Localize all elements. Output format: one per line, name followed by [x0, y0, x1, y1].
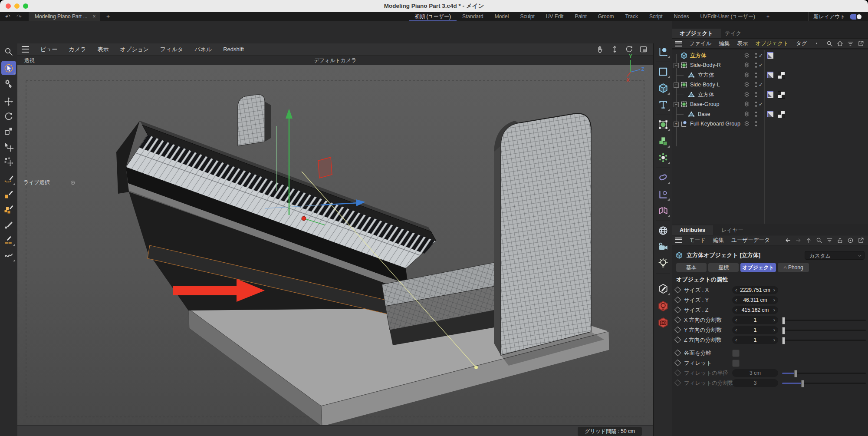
om-search-icon[interactable] [826, 40, 833, 47]
add-document-tab-button[interactable]: + [103, 12, 113, 21]
expand-expander-icon[interactable]: + [674, 122, 679, 127]
layout-lock-toggle[interactable] [850, 14, 862, 20]
om-menu-edit[interactable]: 編集 [719, 40, 730, 47]
viewport-menu-panel[interactable]: パネル [194, 46, 212, 53]
material-pencil-icon[interactable] [655, 281, 671, 296]
live-selection-tool-icon[interactable] [1, 61, 16, 75]
om-menu-objects[interactable]: オブジェクト [755, 40, 789, 47]
deformer-icon[interactable] [655, 170, 671, 185]
point-transform-tool-icon[interactable] [1, 154, 16, 168]
tree-row-full-keyboard-group[interactable]: + Full-Keyboard Group [672, 119, 868, 129]
segments-z-slider[interactable] [782, 337, 866, 343]
visibility-dots-icon[interactable] [755, 63, 757, 68]
document-tab[interactable]: Modeling Piano Part ... × [29, 12, 100, 21]
layout-tab-groom[interactable]: Groom [592, 12, 620, 21]
sketch-spline-tool-icon[interactable] [1, 248, 16, 262]
tab-attributes[interactable]: Attributes [672, 225, 713, 235]
visibility-dots-icon[interactable] [755, 73, 757, 78]
object-name[interactable]: Base [698, 109, 710, 119]
tree-row-side-body-r[interactable]: − Side-Body-R ✓ [672, 60, 868, 70]
attr-menu-mode[interactable]: モード [689, 237, 706, 244]
rectangle-spline-icon[interactable] [655, 64, 671, 79]
keyframe-diamond-icon[interactable] [674, 317, 681, 324]
text-object-icon[interactable] [655, 97, 671, 112]
add-layout-button[interactable]: + [761, 12, 775, 21]
size-x-stepper[interactable]: ‹2229.751 cm› [732, 286, 778, 294]
attr-export-icon[interactable] [857, 237, 865, 244]
separate-surfaces-checkbox[interactable] [732, 350, 740, 357]
layout-tab-standard[interactable]: Standard [457, 12, 489, 21]
undo-icon[interactable]: ↶ [5, 12, 10, 21]
tree-row-base-group[interactable]: − Base-Group ✓ [672, 99, 868, 109]
toggle-view-icon[interactable] [639, 45, 648, 54]
size-z-stepper[interactable]: ‹415.162 cm› [732, 306, 778, 314]
object-manager-menu-icon[interactable] [675, 41, 682, 46]
selection-tag-icon[interactable] [778, 91, 785, 99]
tree-row-cube-child[interactable]: 立方体 [672, 70, 868, 80]
tree-row-base[interactable]: Base [672, 109, 868, 119]
attr-filter-icon[interactable] [826, 237, 833, 244]
collapse-expander-icon[interactable]: − [674, 83, 679, 88]
spline-pen-tool-icon[interactable] [1, 172, 16, 186]
collapse-expander-icon[interactable]: − [674, 102, 679, 107]
subdivision-surface-icon[interactable] [655, 117, 671, 132]
pan-view-icon[interactable] [596, 45, 605, 54]
layout-tab-track[interactable]: Track [619, 12, 644, 21]
layers-icon[interactable] [743, 120, 750, 127]
lock-icon[interactable] [836, 237, 844, 244]
phong-tag-icon[interactable] [767, 52, 773, 59]
menu-overflow-icon[interactable] [815, 41, 819, 46]
layout-tab-paint[interactable]: Paint [569, 12, 592, 21]
fillet-checkbox[interactable] [732, 360, 740, 367]
layers-icon[interactable] [743, 52, 750, 59]
visibility-dots-icon[interactable] [755, 92, 757, 97]
keyframe-diamond-icon[interactable] [674, 297, 681, 304]
object-name[interactable]: 立方体 [698, 90, 714, 99]
viewport-menu-filter[interactable]: フィルタ [160, 46, 183, 53]
keyframe-diamond-icon[interactable] [674, 350, 681, 357]
object-name[interactable]: 立方体 [690, 51, 707, 60]
om-menu-view[interactable]: 表示 [737, 40, 748, 47]
segments-z-stepper[interactable]: ‹1› [732, 336, 778, 344]
tab-objects[interactable]: オブジェクト [672, 29, 721, 38]
light-object-icon[interactable] [655, 256, 671, 271]
tab-object[interactable]: オブジェクト [740, 263, 776, 272]
layers-icon[interactable] [743, 61, 750, 69]
layers-icon[interactable] [743, 71, 750, 79]
object-name[interactable]: 立方体 [698, 70, 714, 80]
enable-check-icon[interactable]: ✓ [759, 80, 763, 89]
om-home-icon[interactable] [836, 40, 844, 47]
rotate-tool-icon[interactable] [1, 109, 16, 123]
layers-icon[interactable] [743, 100, 750, 108]
primitive-pen-tool-icon[interactable] [1, 202, 16, 216]
parent-up-icon[interactable] [805, 237, 812, 244]
attr-search-icon[interactable] [815, 237, 823, 244]
collapse-expander-icon[interactable]: − [674, 63, 679, 68]
dolly-view-icon[interactable] [610, 45, 619, 54]
segments-x-stepper[interactable]: ‹1› [732, 316, 778, 324]
redshift-camera-icon[interactable] [655, 315, 671, 330]
selection-tag-icon[interactable] [778, 111, 785, 118]
redshift-light-icon[interactable] [655, 299, 671, 314]
move-tool-icon[interactable] [1, 94, 16, 109]
find-tool-icon[interactable] [1, 44, 16, 59]
phong-tag-icon[interactable] [767, 91, 773, 98]
viewport-canvas[interactable]: ライブ選択 [17, 65, 653, 426]
enable-check-icon[interactable]: ✓ [759, 60, 763, 70]
viewport-menu-redshift[interactable]: Redshift [223, 46, 244, 53]
object-name[interactable]: Full-Keyboard Group [690, 119, 740, 129]
phong-tag-icon[interactable] [767, 72, 773, 78]
visibility-dots-icon[interactable] [755, 53, 757, 58]
keyframe-diamond-icon[interactable] [674, 287, 681, 294]
tweak-tool-icon[interactable] [1, 76, 16, 91]
object-name[interactable]: Base-Group [690, 99, 719, 109]
viewport-menu-display[interactable]: 表示 [98, 46, 109, 53]
layout-tab-model[interactable]: Model [489, 12, 515, 21]
layout-tab-sculpt[interactable]: Sculpt [514, 12, 540, 21]
scale-tool-icon[interactable] [1, 124, 16, 138]
generator-cloner-icon[interactable] [655, 150, 671, 165]
viewport[interactable]: ビュー カメラ 表示 オプション フィルタ パネル Redshift 透視 デフ… [17, 43, 653, 436]
history-back-icon[interactable] [784, 237, 792, 244]
tab-take[interactable]: テイク [717, 29, 749, 38]
keyframe-diamond-icon[interactable] [674, 337, 681, 344]
